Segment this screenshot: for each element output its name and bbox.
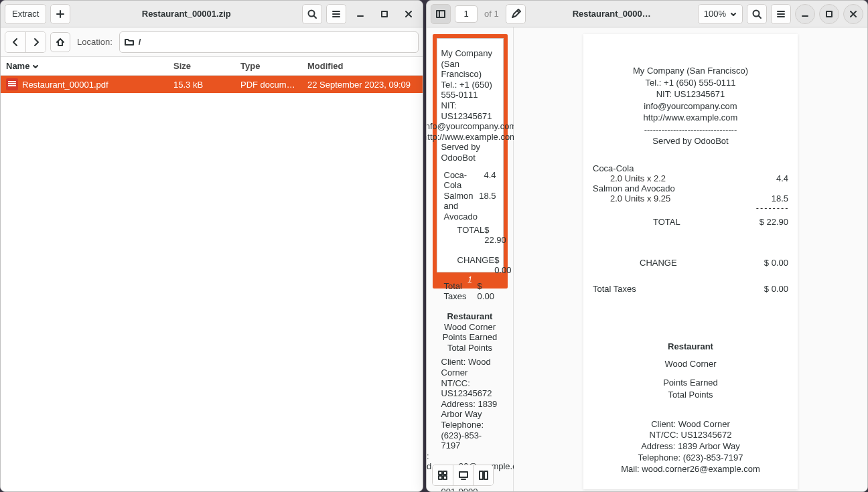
svg-rect-6 xyxy=(443,471,447,475)
archive-title: Restaurant_00001.zip xyxy=(74,9,298,19)
forward-button[interactable] xyxy=(25,32,46,52)
home-button[interactable] xyxy=(50,32,70,52)
view-mode-bar xyxy=(432,465,494,486)
svg-rect-1 xyxy=(382,11,387,17)
receipt-change: CHANGE$ 0.00 xyxy=(593,258,788,268)
page-area[interactable]: My Company (San Francisco) Tel.: +1 (650… xyxy=(514,27,867,491)
col-size[interactable]: Size xyxy=(168,61,235,71)
viewer-hamburger-button[interactable] xyxy=(771,4,791,24)
nav-group xyxy=(5,31,46,53)
svg-point-3 xyxy=(753,10,760,16)
viewer-minimize-button[interactable] xyxy=(795,4,815,24)
file-row[interactable]: Restaurant_00001.pdf 15.3 kB PDF docum… … xyxy=(1,76,423,93)
archive-titlebar: Extract Restaurant_00001.zip xyxy=(1,1,423,27)
thumbnail-pane: My Company (San Francisco)Tel.: +1 (650)… xyxy=(427,27,514,491)
viewer-window: of 1 Restaurant_0000… 100% My Company (S… xyxy=(426,0,868,492)
svg-point-0 xyxy=(309,10,315,16)
pdf-icon xyxy=(6,78,18,90)
receipt-taxes: Total Taxes$ 0.00 xyxy=(593,284,788,294)
annotate-button[interactable] xyxy=(506,4,526,24)
col-modified[interactable]: Modified xyxy=(302,61,423,71)
folder-icon xyxy=(124,37,135,48)
close-button[interactable] xyxy=(399,4,419,24)
file-list: Name Size Type Modified Restaurant_00001… xyxy=(1,57,423,491)
receipt-client: Client: Wood Corner NT/CC: US12345672 Ad… xyxy=(621,419,760,475)
viewer-maximize-button[interactable] xyxy=(819,4,839,24)
zoom-dropdown[interactable]: 100% xyxy=(698,4,743,24)
outline-view-button[interactable] xyxy=(453,465,473,485)
hamburger-button[interactable] xyxy=(326,4,346,24)
add-button[interactable] xyxy=(50,4,70,24)
thumbnail[interactable]: My Company (San Francisco)Tel.: +1 (650)… xyxy=(433,34,508,289)
page-input[interactable] xyxy=(455,5,478,23)
viewer-body: My Company (San Francisco)Tel.: +1 (650)… xyxy=(427,27,867,491)
svg-rect-5 xyxy=(439,471,442,475)
search-button[interactable] xyxy=(302,4,322,24)
viewer-close-button[interactable] xyxy=(843,4,863,24)
maximize-button[interactable] xyxy=(374,4,394,24)
col-name[interactable]: Name xyxy=(1,61,168,71)
receipt-header: My Company (San Francisco) Tel.: +1 (650… xyxy=(633,65,748,147)
svg-rect-9 xyxy=(480,471,483,479)
location-label: Location: xyxy=(74,37,115,47)
col-type[interactable]: Type xyxy=(235,61,302,71)
page-of: of 1 xyxy=(482,9,502,19)
pdf-page: My Company (San Francisco) Tel.: +1 (650… xyxy=(583,34,798,489)
viewer-title: Restaurant_0000… xyxy=(530,9,694,19)
archive-toolbar: Location: / xyxy=(1,27,423,57)
receipt-footer: Order 00002-001-0000 09/22/2023 14:32:05… xyxy=(646,490,735,491)
svg-rect-10 xyxy=(484,471,488,479)
path-bar[interactable]: / xyxy=(119,31,419,53)
minimize-button[interactable] xyxy=(350,4,370,24)
path-segment: / xyxy=(139,37,141,47)
archive-window: Extract Restaurant_00001.zip Location: / xyxy=(0,0,423,492)
thumbnail-number: 1 xyxy=(467,275,472,284)
back-button[interactable] xyxy=(5,32,25,52)
sidebar-toggle-button[interactable] xyxy=(431,4,451,24)
receipt-items: Coca-Cola 2.0 Units x 2.24.4 Salmon and … xyxy=(593,163,788,203)
extract-button[interactable]: Extract xyxy=(5,4,46,24)
receipt-divider: -------- xyxy=(593,203,788,213)
thumbnail-page: My Company (San Francisco)Tel.: +1 (650)… xyxy=(437,38,504,272)
svg-rect-2 xyxy=(437,11,445,17)
annotations-view-button[interactable] xyxy=(473,465,493,485)
receipt-total: TOTAL$ 22.90 xyxy=(593,217,788,227)
list-header: Name Size Type Modified xyxy=(1,57,423,76)
grid-view-button[interactable] xyxy=(433,465,453,485)
svg-rect-7 xyxy=(439,476,442,479)
viewer-search-button[interactable] xyxy=(747,4,767,24)
viewer-titlebar: of 1 Restaurant_0000… 100% xyxy=(427,1,867,27)
svg-rect-4 xyxy=(826,11,832,17)
svg-rect-8 xyxy=(443,476,447,479)
receipt-restaurant: Restaurant Wood Corner Points Earned Tot… xyxy=(663,341,718,402)
